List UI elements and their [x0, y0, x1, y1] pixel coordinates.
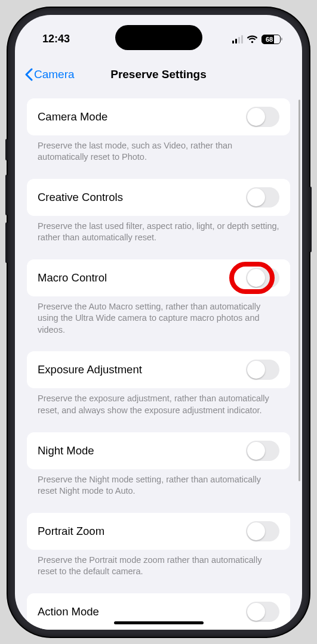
cellular-icon — [232, 35, 243, 44]
battery-icon: 68 — [261, 35, 281, 44]
setting-row[interactable]: Camera Mode — [27, 98, 290, 135]
scroll-indicator[interactable] — [298, 100, 300, 481]
setting-row[interactable]: Exposure Adjustment — [27, 351, 290, 388]
setting-row[interactable]: Creative Controls — [27, 179, 290, 216]
volume-up-button — [5, 175, 8, 215]
phone-frame: 12:43 68 Camera Preserve Setting — [8, 8, 309, 637]
setting-description: Preserve the exposure adjustment, rather… — [27, 388, 290, 425]
setting-row[interactable]: Portrait Zoom — [27, 513, 290, 550]
setting-description: Preserve the last mode, such as Video, r… — [27, 135, 290, 172]
toggle-portrait-zoom[interactable] — [246, 521, 279, 541]
battery-level: 68 — [266, 36, 273, 43]
nav-bar: Camera Preserve Settings — [15, 60, 302, 89]
setting-row[interactable]: Night Mode — [27, 432, 290, 469]
setting-label: Camera Mode — [38, 110, 107, 123]
setting-item-portrait-zoom: Portrait Zoom Preserve the Portrait mode… — [27, 513, 290, 586]
setting-label: Creative Controls — [38, 191, 123, 204]
dynamic-island — [115, 25, 202, 50]
toggle-exposure-adjustment[interactable] — [246, 360, 279, 380]
status-right: 68 — [232, 35, 281, 44]
settings-list[interactable]: Camera Mode Preserve the last mode, such… — [15, 98, 302, 630]
wifi-icon — [247, 35, 258, 44]
volume-down-button — [5, 222, 8, 263]
setting-label: Portrait Zoom — [38, 525, 104, 538]
setting-description: Preserve the last used filter, aspect ra… — [27, 216, 290, 252]
power-button — [309, 187, 312, 252]
setting-label: Action Mode — [38, 605, 99, 618]
setting-item-camera-mode: Camera Mode Preserve the last mode, such… — [27, 98, 290, 172]
setting-description: Preserve the Night mode setting, rather … — [27, 469, 290, 506]
setting-row[interactable]: Macro Control — [27, 259, 290, 296]
setting-item-exposure-adjustment: Exposure Adjustment Preserve the exposur… — [27, 351, 290, 425]
setting-label: Night Mode — [38, 444, 94, 457]
setting-item-macro-control: Macro Control Preserve the Auto Macro se… — [27, 259, 290, 345]
setting-description: Preserve the Portrait mode zoom rather t… — [27, 550, 290, 586]
setting-label: Exposure Adjustment — [38, 363, 142, 376]
chevron-left-icon — [24, 68, 33, 81]
side-button — [5, 139, 8, 160]
setting-label: Macro Control — [38, 271, 107, 284]
setting-description: Preserve the Auto Macro setting, rather … — [27, 296, 290, 345]
toggle-creative-controls[interactable] — [246, 187, 279, 208]
home-indicator[interactable] — [114, 621, 204, 624]
back-label: Camera — [34, 68, 75, 81]
toggle-night-mode[interactable] — [246, 441, 279, 461]
back-button[interactable]: Camera — [24, 68, 75, 81]
screen: 12:43 68 Camera Preserve Setting — [15, 15, 302, 630]
status-time: 12:43 — [42, 33, 70, 45]
toggle-action-mode[interactable] — [246, 602, 279, 622]
setting-item-creative-controls: Creative Controls Preserve the last used… — [27, 179, 290, 252]
toggle-macro-control[interactable] — [246, 268, 279, 288]
setting-item-night-mode: Night Mode Preserve the Night mode setti… — [27, 432, 290, 506]
toggle-camera-mode[interactable] — [246, 107, 279, 127]
